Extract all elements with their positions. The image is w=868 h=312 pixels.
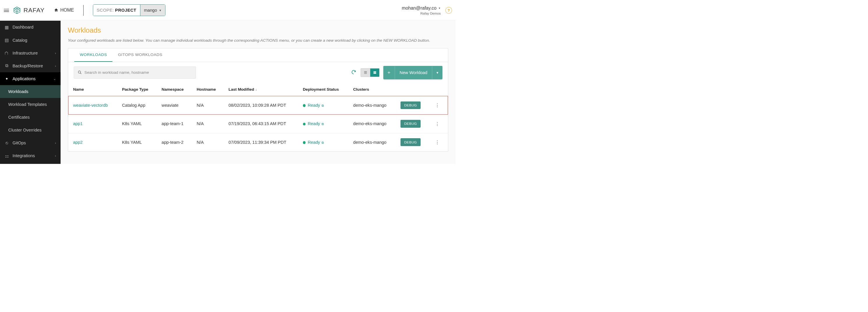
svg-line-1 (80, 73, 81, 74)
topbar: RAFAY HOME SCOPE: PROJECT mango ▼ mohan@… (0, 0, 456, 21)
sidebar: ▦ Dashboard ▤ Catalog ⛫ Infrastructure ›… (0, 21, 61, 164)
sidebar-item-label: Applications (12, 76, 35, 81)
cell-status: Ready⧉ (298, 96, 348, 114)
grid-icon (373, 70, 377, 75)
col-clusters[interactable]: Clusters (348, 83, 396, 96)
cell-modified: 07/09/2023, 11:39:34 PM PDT (224, 133, 298, 151)
external-link-icon[interactable]: ⧉ (321, 104, 324, 107)
sidebar-item-catalog[interactable]: ▤ Catalog (0, 33, 61, 46)
grid-view-button[interactable] (370, 68, 379, 76)
scope-value: PROJECT (115, 8, 136, 12)
cell-modified: 08/02/2023, 10:09:28 AM PDT (224, 96, 298, 114)
col-hostname[interactable]: Hostname (192, 83, 223, 96)
search-input[interactable] (85, 70, 192, 75)
user-org: Rafay Demos (420, 12, 441, 15)
chevron-down-icon: ⌄ (53, 77, 56, 81)
search-box (74, 66, 196, 79)
tab-gitops-workloads[interactable]: GITOPS WORKLOADS (113, 49, 168, 62)
workload-name-link[interactable]: app2 (73, 140, 83, 145)
view-toggle (361, 68, 379, 77)
plus-icon: + (383, 66, 395, 79)
menu-toggle[interactable] (4, 7, 9, 13)
sidebar-item-integrations[interactable]: ⚏ Integrations › (0, 149, 61, 162)
integrations-icon: ⚏ (5, 154, 9, 158)
chevron-right-icon: › (55, 154, 56, 158)
col-namespace[interactable]: Namespace (157, 83, 192, 96)
chevron-right-icon: › (55, 141, 56, 145)
debug-button[interactable]: DEBUG (401, 120, 421, 128)
workload-name-link[interactable]: app1 (73, 121, 83, 126)
home-link[interactable]: HOME (54, 7, 74, 13)
gitops-icon: ⎋ (5, 141, 9, 145)
status-link[interactable]: Ready (308, 103, 320, 108)
sidebar-item-gitops[interactable]: ⎋ GitOps › (0, 137, 61, 149)
tabs: WORKLOADS GITOPS WORKLOADS (68, 49, 448, 62)
project-dropdown[interactable]: mango ▼ (140, 5, 165, 16)
status-link[interactable]: Ready (308, 140, 320, 145)
user-menu: mohan@rafay.co ▼ Rafay Demos (402, 5, 441, 15)
sidebar-item-label: Integrations (12, 153, 35, 158)
home-icon (54, 8, 59, 12)
dashboard-icon: ▦ (5, 25, 9, 29)
list-view-button[interactable] (361, 68, 370, 76)
home-label: HOME (60, 7, 74, 13)
user-email-dropdown[interactable]: mohan@rafay.co ▼ (402, 5, 441, 11)
sidebar-item-certificates[interactable]: Certificates (0, 111, 61, 124)
new-workload-button[interactable]: + New Workload ▼ (383, 66, 442, 79)
col-deployment-status[interactable]: Deployment Status (298, 83, 348, 96)
sidebar-item-label: Backup/Restore (12, 63, 43, 68)
scope-label: SCOPE: (97, 8, 114, 12)
help-button[interactable]: ? (445, 7, 452, 14)
sidebar-item-workloads[interactable]: Workloads (0, 85, 61, 98)
cell-namespace: app-team-2 (157, 133, 192, 151)
infrastructure-icon: ⛫ (5, 51, 9, 55)
new-workload-label: New Workload (395, 70, 432, 75)
col-label: Last Modified (229, 87, 254, 91)
chevron-down-icon: ▼ (438, 7, 441, 10)
col-last-modified[interactable]: Last Modified↓ (224, 83, 298, 96)
chevron-right-icon: › (55, 51, 56, 55)
brand-logo[interactable]: RAFAY (13, 6, 44, 14)
cell-modified: 07/19/2023, 06:43:15 AM PDT (224, 115, 298, 133)
cell-hostname: N/A (192, 133, 223, 151)
cell-status: Ready⧉ (298, 133, 348, 151)
external-link-icon[interactable]: ⧉ (321, 122, 324, 126)
external-link-icon[interactable]: ⧉ (321, 141, 324, 144)
debug-button[interactable]: DEBUG (401, 102, 421, 109)
cell-package: K8s YAML (117, 133, 157, 151)
cell-clusters: demo-eks-mango (348, 115, 396, 133)
sidebar-item-applications[interactable]: 🞙 Applications ⌄ (0, 72, 61, 85)
cell-clusters: demo-eks-mango (348, 133, 396, 151)
row-actions-menu[interactable]: ⋮ (433, 139, 441, 146)
refresh-button[interactable] (351, 69, 357, 76)
cell-hostname: N/A (192, 96, 223, 114)
sidebar-item-dashboard[interactable]: ▦ Dashboard (0, 21, 61, 33)
page-description: Your configured workloads are listed bel… (68, 38, 448, 42)
col-package-type[interactable]: Package Type (117, 83, 157, 96)
row-actions-menu[interactable]: ⋮ (433, 102, 441, 109)
cell-package: K8s YAML (117, 115, 157, 133)
scope-display: SCOPE: PROJECT (93, 5, 140, 16)
status-dot-icon (303, 104, 306, 107)
col-name[interactable]: Name (68, 83, 117, 96)
row-actions-menu[interactable]: ⋮ (433, 120, 441, 127)
sidebar-item-infrastructure[interactable]: ⛫ Infrastructure › (0, 47, 61, 59)
divider (83, 5, 84, 16)
sidebar-item-label: Workload Templates (8, 102, 47, 107)
sidebar-item-workload-templates[interactable]: Workload Templates (0, 98, 61, 111)
workload-name-link[interactable]: weaviate-vectordb (73, 103, 108, 108)
search-icon (78, 70, 82, 75)
debug-button[interactable]: DEBUG (401, 138, 421, 146)
rafay-logo-icon (13, 6, 21, 14)
catalog-icon: ▤ (5, 38, 9, 42)
tab-workloads[interactable]: WORKLOADS (74, 49, 113, 62)
sort-down-icon: ↓ (255, 88, 257, 91)
sidebar-item-backup-restore[interactable]: ⧉ Backup/Restore › (0, 59, 61, 72)
cell-clusters: demo-eks-mango (348, 96, 396, 114)
svg-rect-2 (373, 72, 376, 72)
sidebar-item-label: GitOps (12, 141, 26, 145)
sidebar-item-cluster-overrides[interactable]: Cluster Overrides (0, 124, 61, 137)
status-dot-icon (303, 123, 306, 125)
status-link[interactable]: Ready (308, 121, 320, 126)
refresh-icon (351, 69, 356, 75)
